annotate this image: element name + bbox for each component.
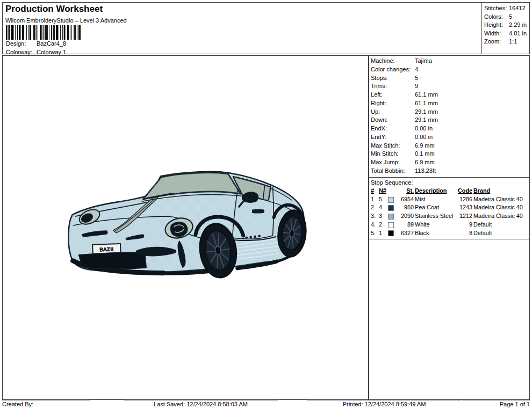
machine-details: Machine:Tajima Color changes:4 Stops:5 T…	[369, 56, 529, 178]
machine-row: Up:29.1 mm	[371, 108, 528, 116]
machine-row: Total Bobbin:113.23ft	[371, 167, 528, 176]
machine-row: Color changes:4	[371, 65, 528, 74]
stop-sequence-row: 3.3 2090 Stainless Steel 1212 Madeira Cl…	[371, 212, 528, 221]
thread-color-swatch	[388, 230, 394, 236]
header: Production Worksheet Wilcom EmbroiderySt…	[2, 2, 530, 54]
footer-page-number: Page 1 of 1	[462, 400, 530, 409]
footer-last-saved: Last Saved: 12/24/2024 8:58:03 AM	[124, 400, 278, 409]
machine-row: Max Stitch:6.9 mm	[371, 142, 528, 150]
production-worksheet-page: Production Worksheet Wilcom EmbroiderySt…	[0, 0, 532, 409]
design-label: Design:	[6, 40, 37, 47]
colorway-label: Colorway:	[6, 49, 37, 55]
stop-sequence-row: 2.4 950 Pea Coat 1243 Madeira Classic 40	[371, 203, 528, 212]
software-subtitle: Wilcom EmbroideryStudio – Level 3 Advanc…	[5, 17, 127, 24]
machine-row: Machine:Tajima	[371, 57, 528, 65]
page-title: Production Worksheet	[5, 4, 103, 14]
machine-row: EndY:0.00 in	[371, 133, 528, 142]
stop-sequence-row: 4.2 89 White 9 Default	[371, 221, 528, 229]
footer-created-by: Created By:	[2, 400, 90, 409]
machine-row: Stops:5	[371, 74, 528, 83]
colorway-value: Colorway 1	[37, 49, 66, 55]
stop-sequence-header: # N# St. Description Code Brand	[371, 187, 528, 195]
machine-info-panel: Machine:Tajima Color changes:4 Stops:5 T…	[369, 55, 530, 400]
thread-color-swatch	[388, 197, 394, 203]
machine-row: Left:61.1 mm	[371, 91, 528, 99]
stop-sequence: Stop Sequence: # N# St. Description Code…	[369, 178, 529, 240]
thread-color-swatch	[388, 214, 394, 220]
machine-row: Min Stitch:0.1 mm	[371, 150, 528, 158]
design-summary: Stitches:16412 Colors:5 Height:2.29 in W…	[481, 2, 530, 54]
stop-sequence-title: Stop Sequence:	[371, 179, 528, 187]
stop-sequence-row: 1.5 6954 Mist 1286 Madeira Classic 40	[371, 195, 528, 204]
footer-printed: Printed: 12/24/2024 8:59:49 AM	[307, 400, 461, 409]
thread-color-swatch	[388, 205, 394, 211]
summary-row: Width:4.81 in	[484, 30, 527, 38]
stop-sequence-row: 5.1 6327 Black 8 Default	[371, 229, 528, 238]
machine-row: EndX:0.00 in	[371, 125, 528, 133]
colorway-row: Colorway:Colorway 1	[6, 49, 66, 55]
license-plate-text: BAZII	[99, 246, 114, 252]
design-row: Design:BazCar4_8	[6, 40, 66, 47]
summary-row: Zoom:1:1	[484, 38, 527, 46]
summary-row: Height:2.29 in	[484, 21, 527, 30]
machine-row: Trims:9	[371, 82, 528, 91]
thread-color-swatch	[388, 222, 394, 228]
summary-row: Stitches:16412	[484, 4, 527, 13]
summary-row: Colors:5	[484, 13, 527, 21]
machine-row: Right:61.1 mm	[371, 99, 528, 108]
embroidery-design-car: BAZII	[3, 56, 368, 399]
design-canvas: BAZII	[2, 55, 369, 400]
machine-row: Down:29.1 mm	[371, 116, 528, 125]
machine-row: Max Jump:6.9 mm	[371, 158, 528, 167]
barcode-icon	[6, 25, 81, 40]
design-value: BazCar4_8	[37, 40, 66, 47]
